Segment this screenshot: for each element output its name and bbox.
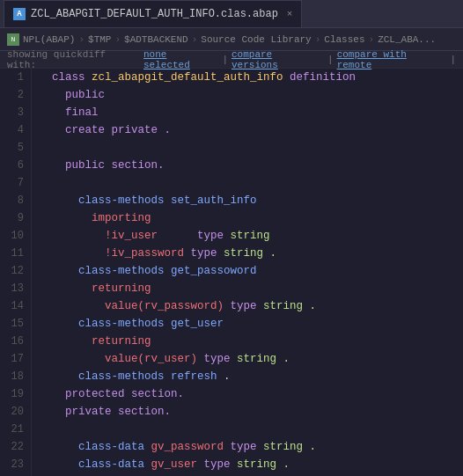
line-number: 22	[0, 438, 32, 456]
table-row: 10 !iv_user type string	[0, 227, 463, 245]
code-token: get_user	[171, 318, 224, 330]
code-token: string	[231, 230, 270, 242]
breadcrumb-adtbackend[interactable]: $ADTBACKEND	[124, 34, 188, 45]
code-token: definition	[283, 71, 356, 84]
breadcrumb-sep-5: ›	[369, 34, 375, 45]
code-token: class-data	[39, 458, 151, 471]
code-token: get_passoword	[171, 265, 257, 277]
line-number: 11	[0, 245, 32, 262]
line-number: 1	[0, 69, 32, 86]
line-number: 12	[0, 262, 32, 280]
line-content: value(rv_user) type string .	[32, 350, 290, 368]
line-number: 5	[0, 139, 32, 157]
none-selected-link[interactable]: none selected	[143, 49, 218, 70]
code-token: gv_password	[151, 441, 231, 453]
tab-close-button[interactable]: ×	[287, 9, 293, 19]
code-token: class-methods	[39, 265, 171, 277]
table-row: 11 !iv_password type string .	[0, 245, 463, 262]
compare-versions-link[interactable]: compare versions	[232, 49, 324, 70]
line-content: public section.	[32, 157, 165, 174]
line-content: class-methods get_passoword	[32, 262, 257, 280]
table-row: 4 create private .	[0, 121, 463, 139]
breadcrumb-classes[interactable]: Classes	[324, 34, 364, 45]
code-token: string .	[224, 247, 276, 260]
table-row: 7	[0, 174, 463, 192]
code-token: type	[191, 247, 224, 260]
code-token: public	[39, 89, 105, 101]
line-number: 4	[0, 121, 32, 139]
breadcrumb-tmp[interactable]: $TMP	[88, 34, 111, 45]
line-content	[32, 139, 46, 157]
code-token: class-data	[39, 441, 151, 453]
line-content: value(rv_password) type string .	[32, 297, 316, 315]
active-tab[interactable]: A ZCL_ABAPGIT_DEFAULT_AUTH_INFO.clas.aba…	[4, 0, 302, 27]
code-token: zcl_abapgit_default_auth_info	[92, 71, 283, 84]
code-token: value(rv_password)	[39, 300, 231, 312]
line-number: 15	[0, 315, 32, 333]
line-content: importing	[32, 209, 151, 227]
table-row: 1 class zcl_abapgit_default_auth_info de…	[0, 69, 463, 86]
code-token: string .	[237, 458, 290, 471]
line-number: 17	[0, 350, 32, 368]
code-token: returning	[39, 335, 151, 348]
line-number: 10	[0, 227, 32, 245]
line-number: 14	[0, 297, 32, 315]
code-token: .	[224, 370, 231, 383]
line-number: 16	[0, 333, 32, 350]
table-row: 18 class-methods refresh .	[0, 368, 463, 385]
info-sep-1: |	[222, 55, 228, 65]
code-token: class-methods	[39, 370, 171, 383]
line-number: 18	[0, 368, 32, 385]
table-row: 12 class-methods get_passoword	[0, 262, 463, 280]
line-content: create private .	[32, 121, 171, 139]
code-token: !iv_password	[39, 247, 191, 260]
table-row: 13 returning	[0, 280, 463, 297]
line-number: 13	[0, 280, 32, 297]
code-token: final	[39, 106, 99, 119]
code-token: returning	[39, 282, 151, 295]
info-sep-3: |	[450, 55, 456, 65]
table-row: 14 value(rv_password) type string .	[0, 297, 463, 315]
line-content: !iv_user type string	[32, 227, 270, 245]
line-content: private section.	[32, 403, 171, 421]
compare-remote-link[interactable]: compare with remote	[337, 49, 447, 70]
tab-bar: A ZCL_ABAPGIT_DEFAULT_AUTH_INFO.clas.aba…	[0, 0, 463, 28]
line-number: 6	[0, 157, 32, 174]
table-row: 23 class-data gv_user type string .	[0, 456, 463, 473]
info-sep-2: |	[327, 55, 334, 65]
line-content	[32, 421, 46, 438]
breadcrumb-sep-1: ›	[78, 34, 85, 45]
info-text: showing quickdiff with:	[7, 49, 140, 70]
table-row: 17 value(rv_user) type string .	[0, 350, 463, 368]
line-content: class zcl_abapgit_default_auth_info defi…	[32, 69, 356, 86]
line-number: 2	[0, 86, 32, 104]
line-content: returning	[32, 280, 151, 297]
code-token: type	[197, 230, 231, 242]
table-row: 15 class-methods get_user	[0, 315, 463, 333]
line-content: class-data gv_password type string .	[32, 438, 316, 456]
table-row: 22 class-data gv_password type string .	[0, 438, 463, 456]
code-token: value(rv_user)	[39, 353, 204, 365]
line-number: 21	[0, 421, 32, 438]
code-token: set_auth_info	[171, 194, 257, 207]
code-token: refresh	[171, 370, 224, 383]
code-token: type	[204, 353, 238, 365]
code-token: !iv_user	[39, 230, 197, 242]
line-number: 19	[0, 385, 32, 403]
table-row: 16 returning	[0, 333, 463, 350]
code-token: type	[231, 441, 264, 453]
breadcrumb-source-code-library[interactable]: Source Code Library	[201, 34, 311, 45]
line-content: class-methods refresh .	[32, 368, 231, 385]
table-row: 9 importing	[0, 209, 463, 227]
line-number: 3	[0, 104, 32, 121]
line-number: 8	[0, 192, 32, 209]
breadcrumb-sep-2: ›	[114, 34, 121, 45]
tab-file-icon: A	[13, 8, 26, 20]
breadcrumb-class-name[interactable]: ZCL_ABA...	[378, 34, 436, 45]
tab-label: ZCL_ABAPGIT_DEFAULT_AUTH_INFO.clas.abap	[31, 8, 278, 20]
code-token: importing	[39, 212, 151, 224]
breadcrumb-sep-3: ›	[192, 34, 198, 45]
line-number: 20	[0, 403, 32, 421]
code-token: public section.	[39, 159, 165, 172]
breadcrumb-npl[interactable]: NPL(ABAP)	[23, 34, 75, 45]
